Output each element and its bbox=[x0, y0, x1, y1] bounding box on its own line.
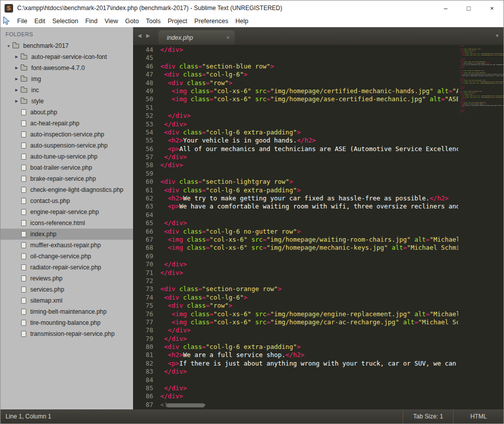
menu-project[interactable]: Project bbox=[164, 16, 191, 27]
tree-file-auto-tune-up-service.php[interactable]: auto-tune-up-service.php bbox=[1, 151, 133, 162]
code-area[interactable]: 44</div>4546<div class="section-blue row… bbox=[133, 45, 458, 409]
tree-file-tire-mounting-balance.php[interactable]: tire-mounting-balance.php bbox=[1, 317, 133, 328]
code-line[interactable]: 80 <div class="col-lg-6 extra-padding"> bbox=[133, 343, 458, 351]
code-line[interactable]: 53 </div> bbox=[133, 120, 458, 128]
tree-file-reviews.php[interactable]: reviews.php bbox=[1, 273, 133, 284]
code-line[interactable]: 83 </div> bbox=[133, 368, 458, 376]
tree-folder-font-awesome-4.7.0[interactable]: ▶font-awesome-4.7.0 bbox=[1, 62, 133, 74]
code-line[interactable]: 82 <p>If there is just about anything wr… bbox=[133, 360, 458, 368]
code-line[interactable]: 74 <div class="col-lg-6"> bbox=[133, 294, 458, 302]
tab-overflow-icon[interactable]: ▼ bbox=[495, 33, 499, 38]
code-line[interactable]: 76 <img class="col-xs-6" src="img/homepa… bbox=[133, 310, 458, 318]
code-line[interactable]: 54 <div class="col-lg-6 extra-padding"> bbox=[133, 128, 458, 136]
code-line[interactable]: 75 <div class="row"> bbox=[133, 302, 458, 310]
code-line[interactable]: 64 bbox=[133, 211, 458, 219]
tree-file-timing-belt-maintenance.php[interactable]: timing-belt-maintenance.php bbox=[1, 306, 133, 317]
code-line[interactable]: 71</div> bbox=[133, 269, 458, 277]
tree-file-ac-heat-repair.php[interactable]: ac-heat-repair.php bbox=[1, 118, 133, 129]
tree-file-auto-suspension-service.php[interactable]: auto-suspension-service.php bbox=[1, 140, 133, 151]
code-line[interactable]: 73<div class="section-orange row"> bbox=[133, 285, 458, 293]
menu-selection[interactable]: Selection bbox=[49, 16, 82, 27]
code-line[interactable]: 65 </div> bbox=[133, 219, 458, 227]
tree-file-muffler-exhaust-repair.php[interactable]: muffler-exhaust-repair.php bbox=[1, 240, 133, 251]
code-line[interactable]: 77 <img class="col-xs-6" src="img/homepa… bbox=[133, 318, 458, 326]
maximize-button[interactable]: □ bbox=[457, 1, 480, 16]
code-line[interactable]: 47 <div class="col-lg-6"> bbox=[133, 70, 458, 79]
tree-file-services.php[interactable]: services.php bbox=[1, 284, 133, 295]
code-line[interactable]: 67 <img class="col-xs-6" src="img/homepa… bbox=[133, 236, 458, 244]
tree-file-contact-us.php[interactable]: contact-us.php bbox=[1, 195, 133, 206]
tree-file-engine-repair-service.php[interactable]: engine-repair-service.php bbox=[1, 206, 133, 218]
code-line[interactable]: 81 <h2>We are a full service shop.</h2> bbox=[133, 351, 458, 359]
tree-file-oil-change-service.php[interactable]: oil-change-service.php bbox=[1, 251, 133, 262]
tree-folder-style[interactable]: ▶style bbox=[1, 96, 133, 107]
tree-file-boat-trailer-service.php[interactable]: boat-trailer-service.php bbox=[1, 162, 133, 173]
tree-file-about.php[interactable]: about.php bbox=[1, 107, 133, 118]
code-line[interactable]: 45 bbox=[133, 54, 458, 62]
tab-index-php[interactable]: index.php × bbox=[158, 30, 235, 45]
tree-file-transmission-repair-service.php[interactable]: transmission-repair-service.php bbox=[1, 328, 133, 339]
tree-folder-auto-repair-service-icon-font[interactable]: ▶auto-repair-service-icon-font bbox=[1, 51, 133, 62]
tree-folder-inc[interactable]: ▶inc bbox=[1, 85, 133, 96]
chevron-right-icon: ▶ bbox=[13, 88, 21, 92]
line-number: 76 bbox=[133, 310, 153, 318]
code-line[interactable]: 66 <div class="col-lg-6 no-gutter row"> bbox=[133, 228, 458, 236]
code-line[interactable]: 63 <p>We have a comfortable waiting room… bbox=[133, 202, 458, 210]
code-line[interactable]: 61 <div class="col-lg-6 extra-padding"> bbox=[133, 186, 458, 194]
menu-preferences[interactable]: Preferences bbox=[191, 16, 232, 27]
tree-file-sitemap.xml[interactable]: sitemap.xml bbox=[1, 295, 133, 306]
code-line[interactable]: 50 <img class="col-xs-6" src="img/homepa… bbox=[133, 95, 458, 103]
code-line[interactable]: 46<div class="section-blue row"> bbox=[133, 62, 458, 70]
tree-file-brake-repair-service.php[interactable]: brake-repair-service.php bbox=[1, 173, 133, 184]
menu-help[interactable]: Help bbox=[232, 16, 252, 27]
menu-view[interactable]: View bbox=[101, 16, 121, 27]
line-number: 75 bbox=[133, 302, 153, 310]
tree-folder-img[interactable]: ▶img bbox=[1, 74, 133, 85]
code-line[interactable]: 56 <p>All of our mechanics and technicia… bbox=[133, 145, 458, 153]
minimap[interactable]: </div><div class="section-blue row"> <di… bbox=[458, 45, 503, 409]
code-line[interactable]: 51 bbox=[133, 104, 458, 112]
menu-tools[interactable]: Tools bbox=[142, 16, 164, 27]
tree-file-radiator-repair-service.php[interactable]: radiator-repair-service.php bbox=[1, 262, 133, 273]
code-line[interactable]: 44</div> bbox=[133, 46, 458, 54]
next-tab-icon[interactable]: ▶ bbox=[146, 33, 150, 39]
tab-size-indicator[interactable]: Tab Size: 1 bbox=[403, 409, 453, 423]
code-line[interactable]: 86</div> bbox=[133, 392, 458, 400]
code-line[interactable]: 68 <img class="col-xs-6" src="img/homepa… bbox=[133, 244, 458, 252]
tree-file-index.php[interactable]: index.php bbox=[1, 229, 133, 240]
code-line[interactable]: 84 bbox=[133, 376, 458, 384]
tree-file-auto-inspection-service.php[interactable]: auto-inspection-service.php bbox=[1, 129, 133, 140]
code-line[interactable]: 49 <img class="col-xs-6" src="img/homepa… bbox=[133, 87, 458, 95]
title-bar[interactable]: S C:\xampp\htdocs\benchmark-2017\index.p… bbox=[1, 1, 503, 16]
syntax-indicator[interactable]: HTML bbox=[453, 409, 503, 423]
tree-folder-benchmark-2017[interactable]: ▼benchmark-2017 bbox=[1, 40, 133, 51]
tab-close-icon[interactable]: × bbox=[226, 34, 230, 41]
code-line[interactable]: 69 bbox=[133, 252, 458, 260]
code-line[interactable]: 57 </div> bbox=[133, 153, 458, 161]
menu-edit[interactable]: Edit bbox=[31, 16, 49, 27]
code-line[interactable]: 52 </div> bbox=[133, 112, 458, 120]
code-line[interactable]: 78 </div> bbox=[133, 326, 458, 334]
tree-file-check-engine-light-diagnostics.php[interactable]: check-engine-light-diagnostics.php bbox=[1, 184, 133, 195]
tree-file-icons-reference.html[interactable]: icons-reference.html bbox=[1, 218, 133, 229]
code-line[interactable]: 55 <h2>Your vehicle is in good hands.</h… bbox=[133, 136, 458, 145]
code-line[interactable]: 58</div> bbox=[133, 161, 458, 169]
chevron-right-icon: ▶ bbox=[13, 55, 21, 59]
prev-tab-icon[interactable]: ◀ bbox=[138, 33, 142, 39]
code-line[interactable]: 59 bbox=[133, 170, 458, 178]
menu-goto[interactable]: Goto bbox=[121, 16, 142, 27]
minimize-button[interactable]: – bbox=[434, 1, 457, 16]
code-line[interactable]: 72 bbox=[133, 277, 458, 285]
code-line[interactable]: 62 <h2>We try to make getting your car f… bbox=[133, 194, 458, 202]
code-line[interactable]: 79 </div> bbox=[133, 335, 458, 343]
code-line[interactable]: 70 </div> bbox=[133, 260, 458, 268]
chevron-right-icon: ▶ bbox=[13, 66, 21, 70]
code-line[interactable]: 48 <div class="row"> bbox=[133, 79, 458, 87]
horizontal-scrollbar[interactable] bbox=[166, 403, 205, 407]
close-button[interactable]: × bbox=[480, 1, 503, 16]
menu-file[interactable]: File bbox=[14, 16, 31, 27]
editor[interactable]: 44</div>4546<div class="section-blue row… bbox=[133, 45, 503, 409]
menu-find[interactable]: Find bbox=[82, 16, 101, 27]
code-line[interactable]: 85 </div> bbox=[133, 384, 458, 392]
code-line[interactable]: 60<div class="section-lightgray row"> bbox=[133, 178, 458, 186]
